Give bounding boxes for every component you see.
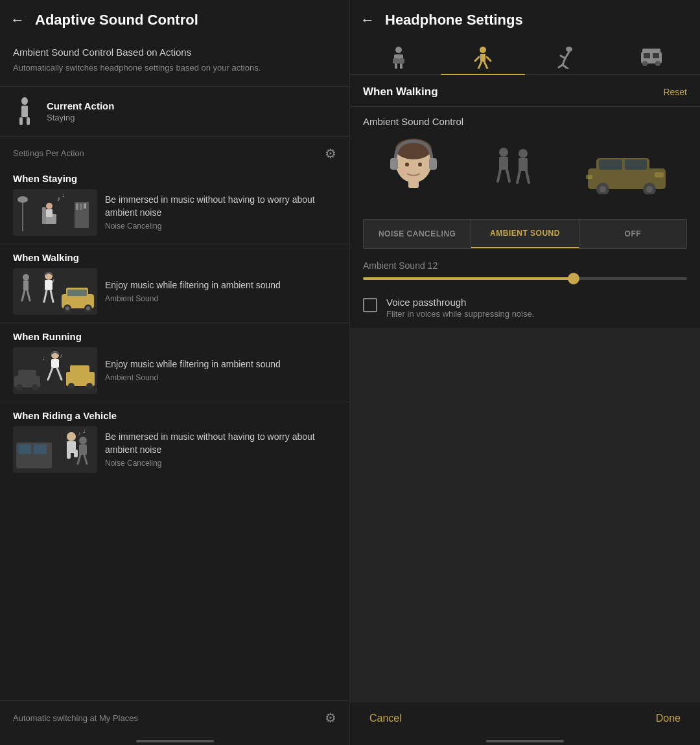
svg-point-29 <box>86 306 90 310</box>
svg-rect-65 <box>480 54 485 62</box>
tab-staying[interactable] <box>356 40 441 75</box>
action-running-content: ♩ ♪ Enjoy music while filtering in ambie… <box>13 347 336 394</box>
left-bottom-bar: Automatic switching at My Places ⚙ <box>0 700 349 735</box>
svg-line-69 <box>487 57 491 61</box>
ambient-sound-control-label: Ambient Sound Control <box>363 116 687 127</box>
svg-rect-56 <box>79 444 87 455</box>
ambient-sound-slider[interactable] <box>363 277 687 280</box>
svg-line-96 <box>517 171 520 183</box>
walking-svg: ♪ <box>13 268 97 315</box>
tabs-row <box>350 40 700 75</box>
svg-rect-7 <box>42 207 46 224</box>
current-action-row: Current Action Staying <box>0 87 349 137</box>
action-vehicle-title: When Riding a Vehicle <box>13 410 336 421</box>
svg-point-55 <box>79 437 87 444</box>
svg-line-39 <box>57 368 62 380</box>
svg-rect-101 <box>625 159 647 170</box>
svg-rect-78 <box>644 53 650 58</box>
svg-line-68 <box>475 57 479 61</box>
svg-line-57 <box>78 455 80 464</box>
right-back-button[interactable]: ← <box>360 13 375 27</box>
left-panel: ← Adaptive Sound Control Ambient Sound C… <box>0 0 350 745</box>
svg-rect-107 <box>586 175 592 179</box>
left-header: ← Adaptive Sound Control <box>0 0 349 40</box>
settings-per-action-header: Settings Per Action ⚙ <box>0 137 349 166</box>
svg-rect-3 <box>27 117 30 125</box>
ambient-desc-title: Ambient Sound Control Based on Actions <box>13 47 336 58</box>
svg-line-19 <box>27 290 30 301</box>
vehicle-description: Be immersed in music without having to w… <box>105 431 336 456</box>
action-item-staying[interactable]: When Staying <box>0 166 349 242</box>
people-silhouette <box>489 146 541 198</box>
walking-description: Enjoy music while filtering in ambient s… <box>105 279 281 292</box>
staying-svg: ♪ ♩ <box>13 189 97 236</box>
svg-rect-41 <box>70 365 89 374</box>
svg-rect-17 <box>23 281 29 290</box>
svg-point-8 <box>46 203 52 209</box>
svg-point-0 <box>21 97 28 105</box>
svg-point-64 <box>480 47 486 53</box>
svg-rect-91 <box>499 157 508 170</box>
svg-line-97 <box>526 171 529 183</box>
staying-description: Be immersed in music without having to w… <box>105 194 336 219</box>
staying-mode: Noise Canceling <box>105 222 336 231</box>
svg-rect-52 <box>74 450 78 457</box>
svg-point-80 <box>642 61 648 66</box>
svg-point-49 <box>67 432 76 441</box>
svg-rect-85 <box>390 158 398 170</box>
svg-text:♩: ♩ <box>42 355 45 361</box>
voice-passthrough-row: Voice passthrough Filter in voices while… <box>363 294 687 319</box>
walking-mode: Ambient Sound <box>105 294 281 303</box>
svg-rect-9 <box>46 209 52 217</box>
settings-gear-icon[interactable]: ⚙ <box>325 146 336 161</box>
cancel-button[interactable]: Cancel <box>369 713 402 724</box>
staying-illustration: ♪ ♩ <box>13 189 97 236</box>
svg-line-38 <box>48 368 52 380</box>
left-back-button[interactable]: ← <box>10 13 25 27</box>
right-header: ← Headphone Settings <box>350 0 700 40</box>
svg-line-93 <box>507 170 509 181</box>
action-item-running[interactable]: When Running <box>0 325 349 400</box>
noise-canceling-button[interactable]: NOISE CANCELING <box>364 220 471 248</box>
reset-button[interactable]: Reset <box>663 87 687 97</box>
voice-passthrough-checkbox[interactable] <box>363 298 377 312</box>
svg-rect-47 <box>18 444 31 454</box>
svg-rect-77 <box>642 49 660 54</box>
action-running-title: When Running <box>13 331 336 342</box>
svg-point-34 <box>16 384 23 391</box>
divider-1 <box>0 244 349 244</box>
action-item-walking[interactable]: When Walking <box>0 246 349 321</box>
running-tab-icon <box>557 47 577 69</box>
done-button[interactable]: Done <box>656 713 681 724</box>
car-silhouette <box>585 149 669 194</box>
svg-text:♩: ♩ <box>83 428 86 434</box>
svg-rect-11 <box>76 203 78 210</box>
vehicle-illustration: ♪ ♩ <box>13 426 97 473</box>
tab-vehicle[interactable] <box>609 40 694 75</box>
bottom-gear-icon[interactable]: ⚙ <box>325 710 336 726</box>
tab-walking[interactable] <box>441 40 525 75</box>
running-svg: ♩ ♪ <box>13 347 97 394</box>
divider-3 <box>0 402 349 402</box>
vehicle-tab-icon <box>640 47 662 66</box>
running-mode: Ambient Sound <box>105 373 281 382</box>
walking-text-block: Enjoy music while filtering in ambient s… <box>105 279 281 304</box>
tab-running[interactable] <box>525 40 609 75</box>
slider-thumb[interactable] <box>568 273 579 284</box>
svg-line-71 <box>565 52 569 58</box>
walking-illustration: ♪ <box>13 268 97 315</box>
action-list: When Staying <box>0 166 349 701</box>
svg-rect-86 <box>429 158 437 170</box>
off-button[interactable]: OFF <box>579 220 686 248</box>
svg-line-66 <box>478 62 482 69</box>
svg-rect-30 <box>67 290 87 296</box>
settings-per-action-label: Settings Per Action <box>13 148 84 158</box>
ambient-sound-button[interactable]: AMBIENT SOUND <box>471 220 579 248</box>
voice-passthrough-desc: Filter in voices while suppressing noise… <box>386 309 534 319</box>
running-text-block: Enjoy music while filtering in ambient s… <box>105 358 281 383</box>
svg-rect-37 <box>51 359 59 368</box>
action-item-vehicle[interactable]: When Riding a Vehicle ♪ <box>0 404 349 479</box>
svg-rect-62 <box>395 63 397 69</box>
svg-rect-13 <box>84 203 86 209</box>
right-bottom-empty <box>350 328 700 702</box>
